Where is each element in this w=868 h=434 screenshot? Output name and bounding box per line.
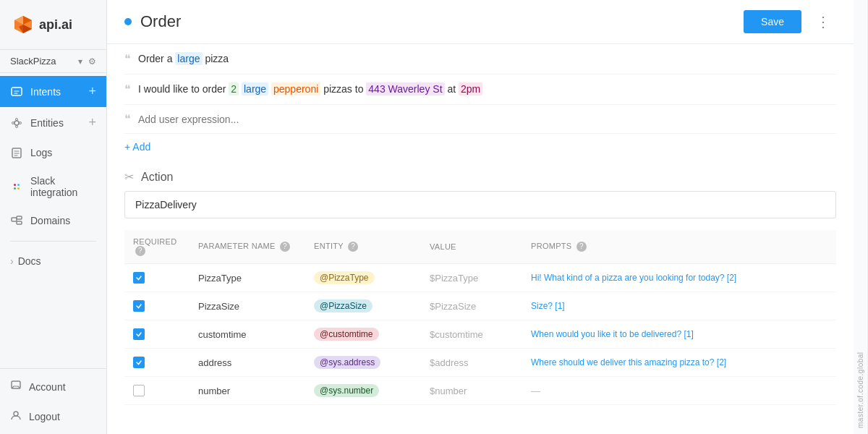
workspace-row: SlackPizza ▾ ⚙ xyxy=(0,49,106,73)
checkbox-checked[interactable] xyxy=(133,328,145,340)
svg-point-8 xyxy=(16,118,18,120)
sidebar-item-logout[interactable]: Logout xyxy=(0,401,106,431)
sidebar-item-logs[interactable]: Logs xyxy=(0,138,106,167)
action-input[interactable] xyxy=(124,191,836,218)
workspace-controls: ▾ ⚙ xyxy=(78,56,96,67)
sidebar-item-entities[interactable]: Entities + xyxy=(0,107,106,138)
cell-param-name-2: customtime xyxy=(190,320,305,349)
cell-required-4 xyxy=(124,377,190,405)
logo-icon xyxy=(12,13,35,36)
sidebar-item-slack[interactable]: Slack integration xyxy=(0,167,106,206)
checkbox-unchecked[interactable] xyxy=(133,385,145,396)
prompts-text-2[interactable]: When would you like it to be delivered? … xyxy=(531,329,694,339)
entity-badge-1[interactable]: @PizzaSize xyxy=(314,299,373,312)
sidebar-item-logs-label: Logs xyxy=(30,147,52,158)
entity-help-icon[interactable]: ? xyxy=(348,242,358,252)
checkbox-checked[interactable] xyxy=(133,272,145,284)
svg-point-14 xyxy=(17,184,20,186)
sidebar-item-account[interactable]: Account xyxy=(0,372,106,401)
prompts-text-1[interactable]: Size? [1] xyxy=(531,301,565,311)
sidebar-item-docs[interactable]: › Docs xyxy=(0,247,106,275)
cell-param-name-4: number xyxy=(190,377,305,405)
table-row: customtime @customtime $customtime When … xyxy=(124,320,836,349)
status-dot xyxy=(124,18,132,25)
entity-badge-3[interactable]: @sys.address xyxy=(314,356,380,369)
cell-value-0: $PizzaType xyxy=(421,264,522,292)
cell-prompts-2: When would you like it to be delivered? … xyxy=(522,320,836,349)
scrollable-content: ❝ Order a large pizza ❝ I would like to … xyxy=(107,44,854,434)
cell-value-3: $address xyxy=(421,349,522,377)
cell-value-4: $number xyxy=(421,377,522,405)
col-header-required: REQUIRED ? xyxy=(124,230,190,264)
parameters-table: REQUIRED ? PARAMETER NAME ? ENTITY ? xyxy=(124,230,836,405)
svg-point-11 xyxy=(20,122,22,124)
col-header-prompts: PROMPTS ? xyxy=(522,230,836,264)
cell-entity-3: @sys.address xyxy=(305,349,421,377)
entity-badge-4[interactable]: @sys.number xyxy=(314,384,379,397)
param-name-help-icon[interactable]: ? xyxy=(280,242,290,252)
cell-value-2: $customtime xyxy=(421,320,522,349)
expression-row-2: ❝ I would like to order 2 large pepperon… xyxy=(124,75,836,105)
svg-point-10 xyxy=(12,122,14,124)
tag-address-2[interactable]: 443 Waverley St xyxy=(366,82,444,95)
page-title: Order xyxy=(140,12,735,31)
more-options-button[interactable]: ⋮ xyxy=(810,10,836,33)
cell-param-name-3: address xyxy=(190,349,305,377)
cell-entity-4: @sys.number xyxy=(305,377,421,405)
prompts-text-0[interactable]: Hi! What kind of a pizza are you looking… xyxy=(531,273,736,283)
tag-large-2[interactable]: large xyxy=(242,82,268,95)
cell-required-2 xyxy=(124,320,190,349)
tag-pepperoni-2[interactable]: pepperoni xyxy=(271,82,320,95)
expression-input[interactable] xyxy=(138,114,836,125)
entity-badge-2[interactable]: @customtime xyxy=(314,328,379,341)
prompts-text-3[interactable]: Where should we deliver this amazing piz… xyxy=(531,357,726,367)
table-row: PizzaSize @PizzaSize $PizzaSize Size? [1… xyxy=(124,292,836,320)
cell-required-0 xyxy=(124,264,190,292)
entity-badge-0[interactable]: @PizzaType xyxy=(314,271,375,284)
add-entities-button[interactable]: + xyxy=(88,115,96,130)
prompts-help-icon[interactable]: ? xyxy=(576,242,587,252)
add-expression-button[interactable]: + Add xyxy=(124,134,836,160)
svg-point-13 xyxy=(14,184,16,186)
svg-point-9 xyxy=(16,125,18,127)
nav-divider xyxy=(10,241,96,242)
tag-time-2[interactable]: 2pm xyxy=(459,82,482,95)
content-area: Order Save ⋮ ❝ Order a large pizza ❝ I w… xyxy=(107,0,868,434)
workspace-name: SlackPizza xyxy=(10,56,56,67)
expression-1-text: Order a large pizza xyxy=(138,51,229,67)
action-section-header: ✂ Action xyxy=(124,160,836,191)
sidebar-item-domains[interactable]: Domains xyxy=(0,206,106,235)
side-label: master.of.code.global xyxy=(854,0,868,434)
chevron-right-icon: › xyxy=(10,255,14,267)
checkbox-checked[interactable] xyxy=(133,300,145,312)
sidebar-item-entities-label: Entities xyxy=(30,117,64,129)
gear-icon[interactable]: ⚙ xyxy=(88,56,96,67)
tag-number-2[interactable]: 2 xyxy=(229,82,239,95)
svg-point-21 xyxy=(14,412,18,416)
sidebar-item-intents-label: Intents xyxy=(30,86,61,98)
table-row: number @sys.number $number — xyxy=(124,377,836,405)
quote-icon-2: ❝ xyxy=(124,82,131,96)
tag-large-1[interactable]: large xyxy=(175,52,202,65)
sidebar-item-account-label: Account xyxy=(29,381,66,393)
sidebar-item-slack-label: Slack integration xyxy=(30,175,96,198)
cell-param-name-0: PizzaType xyxy=(190,264,305,292)
add-expression-label: + Add xyxy=(124,141,150,153)
chevron-down-icon[interactable]: ▾ xyxy=(78,56,82,67)
sidebar-item-intents[interactable]: Intents + xyxy=(0,76,106,107)
cell-value-1: $PizzaSize xyxy=(421,292,522,320)
save-button[interactable]: Save xyxy=(744,10,801,33)
quote-icon-1: ❝ xyxy=(124,52,131,66)
action-icon: ✂ xyxy=(124,170,134,184)
required-help-icon[interactable]: ? xyxy=(135,246,145,256)
cell-entity-2: @customtime xyxy=(305,320,421,349)
sidebar-item-logout-label: Logout xyxy=(29,411,60,422)
cell-required-3 xyxy=(124,349,190,377)
logout-icon xyxy=(10,409,22,423)
prompts-text-4[interactable]: — xyxy=(531,386,540,396)
col-header-value: VALUE xyxy=(421,230,522,264)
intents-icon xyxy=(10,85,23,98)
svg-point-15 xyxy=(14,187,16,190)
add-intents-button[interactable]: + xyxy=(88,84,96,99)
checkbox-checked[interactable] xyxy=(133,357,145,368)
